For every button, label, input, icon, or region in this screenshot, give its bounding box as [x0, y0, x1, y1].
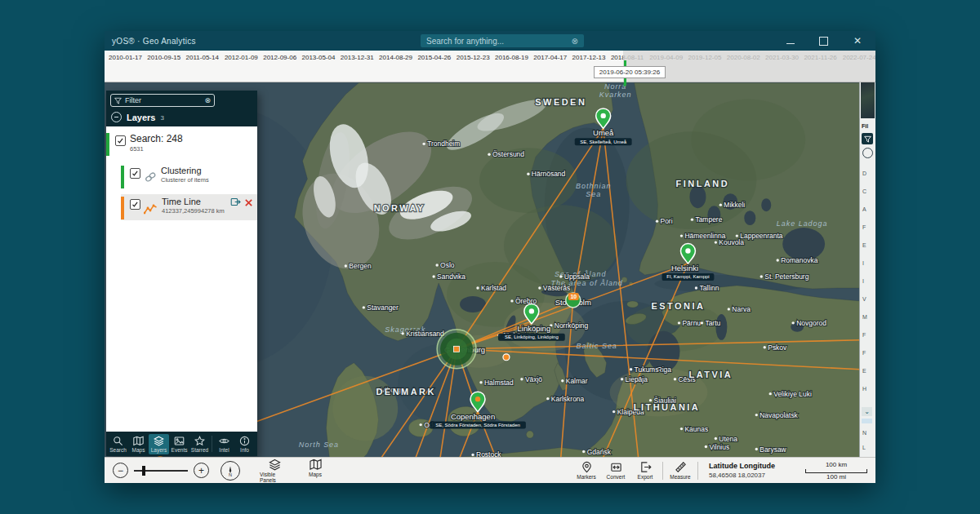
city-label: Karlstad	[481, 284, 506, 292]
star-icon	[194, 436, 205, 446]
layer-item-subtitle: Clusterer of items	[161, 176, 209, 184]
zoom-out-button[interactable]: −	[113, 463, 128, 478]
maps-button[interactable]: Maps	[301, 459, 330, 483]
route-waypoint[interactable]	[503, 354, 510, 361]
zoom-slider-handle[interactable]	[142, 466, 145, 476]
collapsed-right-panel[interactable]: Fil ⌄ DCAFEIIVMFFEHNL	[859, 82, 875, 457]
country-label: DENMARK	[376, 387, 436, 397]
layer-item-clustering[interactable]: ClusteringClusterer of items	[121, 166, 257, 188]
city-dot	[678, 321, 680, 324]
right-panel-clipped-text: E	[862, 368, 866, 374]
export-button[interactable]: Export	[630, 461, 660, 480]
city-label: Bergen	[349, 262, 372, 270]
funnel-icon[interactable]	[862, 133, 873, 144]
compass-button[interactable]: N	[220, 461, 240, 481]
city-dot	[715, 437, 717, 440]
desktop-background: yOS® · Geo Analytics Search for anything…	[0, 0, 980, 514]
city-dot	[760, 275, 763, 277]
global-search-input[interactable]: Search for anything... ⊗	[421, 34, 584, 47]
layer-item-title: Time Line	[162, 197, 225, 206]
layer-item-title: Search: 248	[130, 133, 183, 144]
tab-search[interactable]: Search	[108, 434, 128, 454]
visible-panels-button[interactable]: Visible Panels	[260, 459, 289, 483]
layer-checkbox[interactable]	[130, 199, 140, 210]
timeline-tick: 2013-05-04	[302, 54, 336, 61]
right-panel-blue-chip	[862, 419, 872, 423]
layers-header-row[interactable]: Layers 3	[110, 107, 253, 126]
layer-accent-bar	[121, 166, 124, 188]
cluster-hub-icon	[454, 346, 460, 352]
pin-badge-text: SE, Södra Förstaden, Södra Förstaden	[435, 423, 520, 428]
search-clear-icon[interactable]: ⊗	[572, 37, 578, 46]
city-label: Stavanger	[367, 304, 399, 312]
city-dot	[510, 299, 513, 302]
right-panel-clipped-text: M	[862, 314, 867, 320]
layer-item-search-248[interactable]: Search: 2486531	[106, 133, 257, 156]
timeline[interactable]: 2010-01-172010-09-152011-05-142012-01-09…	[105, 51, 875, 82]
maximize-button[interactable]	[819, 37, 828, 46]
city-dot	[656, 219, 658, 222]
map-viewport[interactable]: NorraKvarkenBothnianSeaSea of ÅlandThe a…	[105, 82, 859, 457]
zoom-in-button[interactable]: +	[194, 463, 209, 478]
tab-layers[interactable]: Layers	[149, 434, 169, 454]
layer-checkbox[interactable]	[130, 168, 140, 179]
city-label: Pori	[661, 217, 673, 225]
layers-panel: Filter ⊗ Layers 3 Search: 2486531Cluster…	[106, 91, 257, 456]
tab-starred[interactable]: Starred	[189, 434, 210, 454]
city-label: Vilnius	[709, 443, 729, 451]
layer-item-subtitle: 6531	[130, 145, 183, 153]
filter-input[interactable]: Filter ⊗	[110, 94, 215, 107]
city-label: Kaunas	[684, 425, 708, 433]
layer-remove-icon[interactable]	[244, 196, 253, 210]
zoom-slider[interactable]	[134, 470, 188, 472]
city-label: Lappeenranta	[740, 232, 783, 240]
measure-icon	[675, 461, 687, 473]
tab-label: Maps	[132, 447, 145, 453]
map-waypoints[interactable]	[503, 354, 510, 361]
city-dot	[755, 414, 758, 416]
sea-label: Baltic Sea	[577, 342, 617, 350]
right-panel-clipped-text: D	[862, 171, 866, 176]
mini-map-thumbnail[interactable]	[861, 82, 875, 118]
tab-events[interactable]: Events	[169, 434, 189, 454]
city-dot	[769, 392, 772, 395]
city-dot	[621, 378, 623, 380]
pin-label: Copenhagen	[451, 412, 495, 421]
chevron-down-icon[interactable]: ⌄	[862, 407, 872, 416]
convert-button[interactable]: Convert	[601, 461, 630, 480]
toolbar-right-buttons: MarkersConvertExportMeasure	[572, 461, 701, 480]
layers-title: Layers	[127, 113, 155, 122]
window-controls: ✕	[786, 36, 862, 46]
minimize-button[interactable]	[786, 38, 795, 44]
city-label: Kristiansand	[406, 330, 444, 338]
city-dot	[764, 346, 766, 348]
city-dot	[402, 332, 404, 335]
right-panel-clipped-text: C	[862, 188, 866, 194]
compass-icon: N	[224, 464, 237, 477]
pin-badge-text: FI, Kamppi, Kamppi	[666, 274, 709, 279]
close-button[interactable]: ✕	[853, 36, 862, 46]
city-label: Karlskrona	[551, 395, 585, 403]
layer-checkbox[interactable]	[115, 135, 126, 146]
app-title: yOS® · Geo Analytics	[112, 37, 196, 46]
collapse-icon[interactable]	[111, 112, 122, 122]
tab-intel[interactable]: Intel	[214, 434, 234, 454]
circle-icon[interactable]	[862, 148, 873, 158]
timeline-tick: 2011-05-14	[186, 54, 219, 61]
tab-separator	[212, 436, 212, 452]
timeline-current-tooltip: 2019-06-20 05:39:26	[594, 66, 666, 78]
layer-item-subtitle: 412337,245994278 km	[162, 207, 225, 215]
tab-maps[interactable]: Maps	[128, 434, 149, 454]
timeline-tick: 2017-12-13	[572, 54, 606, 61]
scale-km: 100 km	[805, 461, 867, 468]
scale-indicator: 100 km 100 mi	[805, 461, 867, 481]
city-dot	[691, 218, 693, 220]
timeline-tick: 2016-08-19	[495, 54, 528, 61]
filter-clear-icon[interactable]: ⊗	[204, 96, 211, 104]
markers-button[interactable]: Markers	[572, 461, 601, 480]
tab-info[interactable]: Info	[234, 434, 255, 454]
layer-export-icon[interactable]	[230, 196, 241, 210]
layer-item-text: Time Line412337,245994278 km	[162, 197, 225, 215]
measure-button[interactable]: Measure	[666, 461, 695, 480]
city-label: Tallinn	[699, 284, 719, 292]
